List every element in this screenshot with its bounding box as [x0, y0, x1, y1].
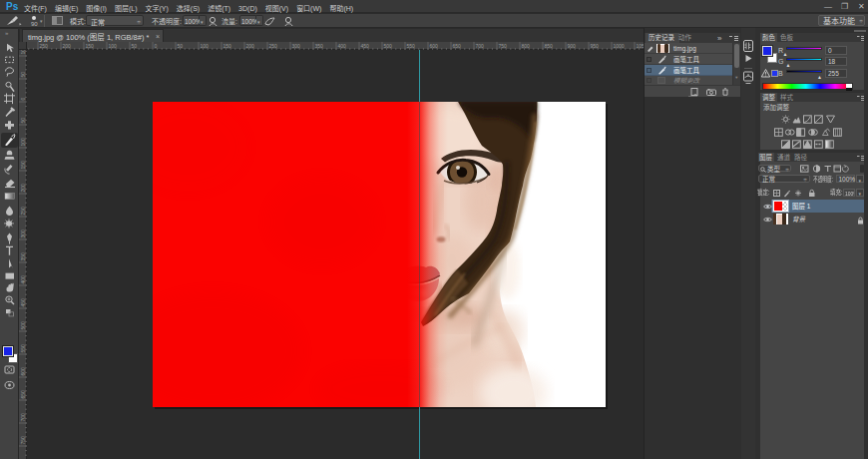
svg-text:1000: 1000 [614, 43, 625, 49]
svg-text:750: 750 [20, 436, 26, 445]
svg-text:950: 950 [591, 43, 600, 49]
svg-text:350: 350 [20, 252, 26, 261]
svg-text:650: 650 [453, 43, 462, 49]
svg-text:0: 0 [155, 43, 158, 49]
svg-text:900: 900 [568, 43, 577, 49]
svg-text:250: 250 [20, 207, 26, 216]
svg-text:700: 700 [20, 413, 26, 422]
svg-text:1050: 1050 [637, 43, 645, 49]
svg-text:550: 550 [20, 344, 26, 353]
svg-text:200: 200 [63, 43, 72, 49]
svg-text:300: 300 [292, 43, 301, 49]
svg-text:100: 100 [20, 50, 26, 55]
svg-text:800: 800 [522, 43, 531, 49]
svg-text:350: 350 [315, 43, 324, 49]
svg-text:0: 0 [20, 98, 26, 101]
svg-text:300: 300 [20, 230, 26, 238]
svg-text:150: 150 [20, 161, 26, 170]
svg-text:100: 100 [20, 138, 26, 147]
svg-text:450: 450 [20, 298, 26, 307]
svg-text:400: 400 [20, 275, 26, 284]
svg-text:250: 250 [40, 43, 49, 49]
svg-text:850: 850 [545, 43, 554, 49]
svg-text:700: 700 [476, 43, 485, 49]
svg-text:50: 50 [20, 72, 26, 78]
svg-text:400: 400 [338, 43, 347, 49]
svg-text:100: 100 [201, 43, 210, 49]
svg-text:200: 200 [246, 43, 255, 49]
svg-text:600: 600 [430, 43, 439, 49]
svg-text:250: 250 [269, 43, 278, 49]
svg-text:50: 50 [178, 43, 184, 49]
svg-text:200: 200 [20, 184, 26, 193]
svg-text:750: 750 [499, 43, 508, 49]
svg-text:150: 150 [223, 43, 232, 49]
svg-text:500: 500 [384, 43, 393, 49]
svg-text:150: 150 [86, 43, 95, 49]
svg-text:450: 450 [361, 43, 370, 49]
svg-text:100: 100 [109, 43, 118, 49]
svg-text:550: 550 [407, 43, 416, 49]
svg-text:50: 50 [132, 43, 138, 49]
svg-text:650: 650 [20, 390, 26, 399]
svg-text:600: 600 [20, 367, 26, 376]
svg-text:500: 500 [20, 321, 26, 330]
svg-text:50: 50 [20, 118, 26, 124]
